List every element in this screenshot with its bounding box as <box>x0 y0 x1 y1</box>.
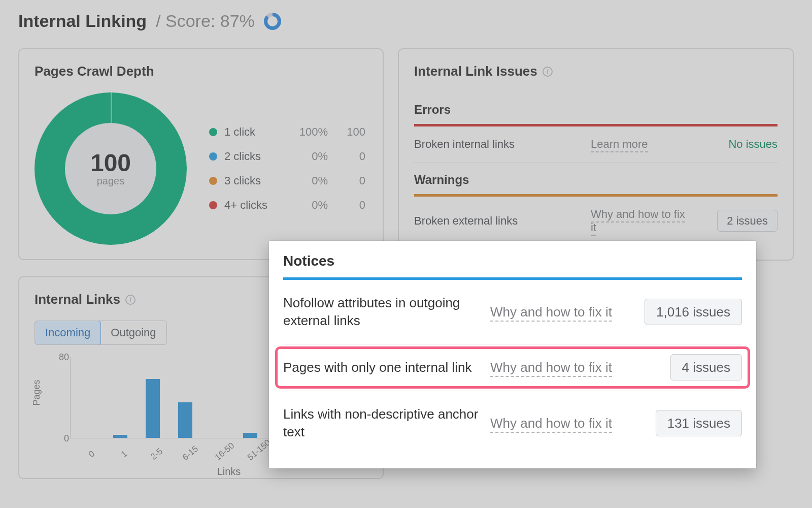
legend-label: 1 click <box>224 125 280 139</box>
info-icon[interactable]: i <box>543 67 553 77</box>
y-tick: 80 <box>59 352 69 363</box>
legend-dot-icon <box>209 128 217 136</box>
x-tick: 6-15 <box>181 446 198 462</box>
page-header: Internal Linking / Score: 87% <box>18 11 794 31</box>
crawl-depth-card: Pages Crawl Depth 100 pages 1 click 100%… <box>18 48 384 260</box>
issue-count-badge[interactable]: 2 issues <box>717 214 777 228</box>
notices-panel: Notices Nofollow attributes in outgoing … <box>269 241 756 468</box>
crawl-depth-legend: 1 click 100% 100 2 clicks 0% 0 3 clicks … <box>209 125 365 212</box>
x-tick: 51-150 <box>246 446 263 462</box>
info-icon[interactable]: i <box>125 295 136 305</box>
legend-label: 2 clicks <box>224 150 280 163</box>
legend-pct: 0% <box>287 199 328 212</box>
donut-value: 100 <box>90 151 131 175</box>
legend-label: 4+ clicks <box>224 199 280 212</box>
legend-dot-icon <box>209 177 217 185</box>
issues-card: Internal Link Issues i Errors Broken int… <box>398 48 794 261</box>
issue-row[interactable]: Broken internal links Learn more No issu… <box>414 126 777 163</box>
issue-row[interactable]: Broken external links Why and how to fix… <box>414 197 777 245</box>
bar[interactable] <box>146 379 160 438</box>
issue-help-link[interactable]: Why and how to fix it <box>490 303 617 321</box>
score-text: / Score: 87% <box>156 11 255 31</box>
legend-row[interactable]: 1 click 100% 100 <box>209 125 365 139</box>
legend-count: 0 <box>335 150 365 163</box>
issue-name: Broken internal links <box>414 138 582 151</box>
issue-name: Pages with only one internal link <box>283 359 481 376</box>
legend-row[interactable]: 3 clicks 0% 0 <box>209 174 365 187</box>
issue-help-link[interactable]: Why and how to fix it <box>591 208 692 234</box>
issue-row[interactable]: Links with non-descriptive anchor text W… <box>283 391 742 455</box>
legend-dot-icon <box>209 152 217 161</box>
issue-status: No issues <box>728 138 777 151</box>
issue-row[interactable]: Nofollow attributes in outgoing external… <box>283 280 742 344</box>
legend-pct: 100% <box>287 125 328 139</box>
issue-name: Nofollow attributes in outgoing external… <box>283 294 481 330</box>
warnings-heading: Warnings <box>414 163 777 194</box>
issue-count-badge[interactable]: 1,016 issues <box>645 304 742 320</box>
crawl-depth-title: Pages Crawl Depth <box>35 64 367 79</box>
legend-label: 3 clicks <box>224 174 280 187</box>
y-tick: 0 <box>64 433 69 444</box>
link-direction-tabs: Incoming Outgoing <box>35 321 167 345</box>
legend-count: 0 <box>335 199 365 212</box>
issue-help-link[interactable]: Why and how to fix it <box>490 359 617 376</box>
donut-label: pages <box>97 175 125 187</box>
legend-pct: 0% <box>287 150 328 163</box>
errors-heading: Errors <box>414 92 777 124</box>
issues-title: Internal Link Issues i <box>414 64 777 79</box>
chart-y-label: Pages <box>31 379 42 405</box>
issue-help-link[interactable]: Learn more <box>591 138 692 151</box>
issue-name: Broken external links <box>414 214 582 228</box>
issue-help-link[interactable]: Why and how to fix it <box>490 415 617 432</box>
legend-count: 100 <box>335 125 365 139</box>
legend-count: 0 <box>335 174 365 187</box>
page-title: Internal Linking <box>18 11 147 31</box>
issue-count-badge[interactable]: 4 issues <box>670 360 742 375</box>
tab-incoming[interactable]: Incoming <box>35 321 101 345</box>
bar[interactable] <box>178 402 192 438</box>
x-tick: 16-50 <box>213 446 230 462</box>
crawl-depth-donut: 100 pages <box>35 92 187 245</box>
notices-heading: Notices <box>283 248 742 277</box>
legend-row[interactable]: 4+ clicks 0% 0 <box>209 199 365 212</box>
legend-dot-icon <box>209 201 217 209</box>
x-tick: 1 <box>116 446 133 462</box>
tab-outgoing[interactable]: Outgoing <box>100 321 166 344</box>
x-tick: 0 <box>83 446 100 462</box>
issue-row[interactable]: Pages with only one internal link Why an… <box>283 344 742 391</box>
score-ring-icon <box>264 13 281 30</box>
legend-pct: 0% <box>287 174 328 187</box>
issue-name: Links with non-descriptive anchor text <box>283 405 481 441</box>
bar[interactable] <box>243 433 257 438</box>
x-tick: 2-5 <box>148 446 165 462</box>
legend-row[interactable]: 2 clicks 0% 0 <box>209 150 365 163</box>
bar[interactable] <box>113 435 127 438</box>
issue-count-badge[interactable]: 131 issues <box>656 416 742 431</box>
